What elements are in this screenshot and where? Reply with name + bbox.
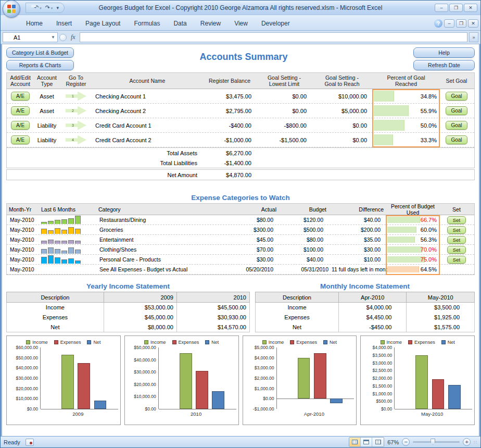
name-box-dropdown-icon[interactable]: ▼ xyxy=(51,35,57,40)
percent-goal-cell: 33.3% xyxy=(372,133,440,147)
zoom-level[interactable]: 67% xyxy=(387,439,399,445)
budget: $40.00 xyxy=(279,255,328,264)
reports-charts-button[interactable]: Reports & Charts xyxy=(6,60,74,70)
zoom-slider[interactable] xyxy=(413,441,460,443)
yearly-col-description: Description xyxy=(7,292,104,303)
sparkline-chart xyxy=(39,245,96,254)
restore-button[interactable]: ❐ xyxy=(449,4,463,12)
add-edit-button[interactable]: A/E xyxy=(11,106,30,115)
account-name: Credit Card Account 2 xyxy=(92,133,202,147)
go-to-register-arrow[interactable]: 4 xyxy=(66,135,86,145)
sparkline-chart xyxy=(39,215,96,225)
percent-value: 70.0% xyxy=(421,246,437,253)
goal-button[interactable]: Goal xyxy=(446,135,467,144)
set-button[interactable]: Set xyxy=(447,236,466,244)
name-box[interactable]: A1▼ xyxy=(3,32,58,42)
help-icon[interactable]: ? xyxy=(434,19,442,28)
redo-icon[interactable]: ↷ ▾ xyxy=(44,3,54,13)
qat-customize-icon[interactable]: ▾ xyxy=(55,4,60,12)
value: $1,575.00 xyxy=(407,322,475,332)
page-title: Accounts Summary xyxy=(74,47,413,63)
chart-category-label: May-2010 xyxy=(363,411,472,417)
tab-page-layout[interactable]: Page Layout xyxy=(79,17,127,30)
expense-row: May-2010 Restaurants/Dining $80.00 $120.… xyxy=(7,215,474,225)
month-yr: May-2010 xyxy=(7,265,39,274)
tab-home[interactable]: Home xyxy=(19,17,49,30)
workbook-restore-button[interactable]: ❐ xyxy=(456,19,466,28)
zoom-in-icon[interactable]: + xyxy=(463,438,471,446)
minimize-button[interactable]: – xyxy=(435,4,448,12)
tab-formulas[interactable]: Formulas xyxy=(127,17,167,30)
chart-bar xyxy=(180,353,192,409)
tab-developer[interactable]: Developer xyxy=(255,17,297,30)
expenses-header-row: Month-Yr Last 6 Months Category Actual B… xyxy=(7,204,474,215)
percent-goal-cell: 55.9% xyxy=(372,104,440,118)
chart-bar xyxy=(432,379,445,409)
zoom-out-icon[interactable]: − xyxy=(402,438,410,446)
sparkline-chart xyxy=(39,255,96,264)
top-button-row: Category List & Budget Reports & Charts … xyxy=(6,47,475,70)
add-edit-button[interactable]: A/E xyxy=(11,92,30,101)
budget-start-date: 05/20/2010 xyxy=(231,265,279,274)
monthly-income-statement: Monthly Income Statement Description Apr… xyxy=(255,282,475,332)
resize-grip[interactable]: ∷ xyxy=(474,440,477,445)
row-label: Income xyxy=(7,303,104,313)
account-type: Liability xyxy=(34,133,60,147)
col-header-actual: Actual xyxy=(231,204,279,215)
go-to-register-arrow[interactable]: 1 xyxy=(66,92,86,101)
percent-goal-cell: 34.8% xyxy=(372,89,440,103)
go-to-register-arrow[interactable]: 2 xyxy=(66,106,86,116)
macro-record-icon[interactable] xyxy=(26,439,34,446)
goal-button[interactable]: Goal xyxy=(446,121,467,130)
status-bar: Ready 67% − + ∷ xyxy=(1,436,480,447)
page-layout-view-button[interactable] xyxy=(361,438,372,446)
percent-bar xyxy=(374,91,394,102)
set-button[interactable]: Set xyxy=(447,246,466,254)
percent-goal-cell: 50.0% xyxy=(372,118,440,132)
workbook-close-button[interactable]: ✕ xyxy=(468,19,478,28)
refresh-date-button[interactable]: Refresh Date xyxy=(413,60,475,70)
go-to-register-arrow[interactable]: 3 xyxy=(66,121,86,130)
percent-value: 56.3% xyxy=(421,237,437,243)
set-button[interactable]: Set xyxy=(447,256,466,264)
register-balance: $3,475.00 xyxy=(202,89,257,103)
add-edit-button[interactable]: A/E xyxy=(11,121,30,130)
add-edit-button[interactable]: A/E xyxy=(11,135,30,144)
col-header-goal-to-reach: Goal Setting - Goal to Reach xyxy=(312,73,372,89)
insert-function-icon[interactable]: fx xyxy=(68,33,78,41)
total-assets-value: $6,270.00 xyxy=(202,148,257,158)
budget: $120.00 xyxy=(279,215,328,225)
legend-swatch-icon xyxy=(323,340,327,344)
workbook-minimize-button[interactable]: – xyxy=(444,19,454,28)
help-button[interactable]: Help xyxy=(413,47,475,58)
value: $8,000.00 xyxy=(104,322,176,332)
chart-category-label: 2009 xyxy=(9,411,118,417)
tab-insert[interactable]: Insert xyxy=(49,17,79,30)
value: $45,500.00 xyxy=(176,303,249,313)
col-header-budget: Budget xyxy=(279,204,328,215)
formula-input[interactable] xyxy=(80,32,467,42)
goal-button[interactable]: Goal xyxy=(446,92,467,101)
office-button[interactable] xyxy=(3,0,20,18)
tab-data[interactable]: Data xyxy=(167,17,193,30)
normal-view-button[interactable] xyxy=(349,438,361,446)
account-row: A/E Liability 3 Credit Card Account 1 -$… xyxy=(7,118,474,133)
goal-button[interactable]: Goal xyxy=(446,106,467,115)
category-list-budget-button[interactable]: Category List & Budget xyxy=(6,47,74,58)
summary-category-link[interactable]: See All Expenses - Budget vs Actual xyxy=(96,265,231,274)
difference: $30.00 xyxy=(328,245,386,254)
month-yr: May-2010 xyxy=(7,225,39,234)
page-break-view-button[interactable] xyxy=(372,438,384,446)
monthly-col-apr: Apr-2010 xyxy=(338,292,407,303)
close-button[interactable]: ✕ xyxy=(464,4,477,12)
tab-view[interactable]: View xyxy=(227,17,255,30)
set-button[interactable]: Set xyxy=(447,226,466,234)
chart-category-label: 2010 xyxy=(127,411,236,417)
yearly-col-2009: 2009 xyxy=(104,292,176,303)
goal-to-reach: $5,000.00 xyxy=(312,104,372,118)
formula-bar-expand-icon[interactable]: » xyxy=(469,32,478,42)
chart-bar xyxy=(94,401,107,409)
tab-review[interactable]: Review xyxy=(194,17,227,30)
zoom-slider-thumb[interactable] xyxy=(431,439,435,445)
set-button[interactable]: Set xyxy=(447,216,466,224)
